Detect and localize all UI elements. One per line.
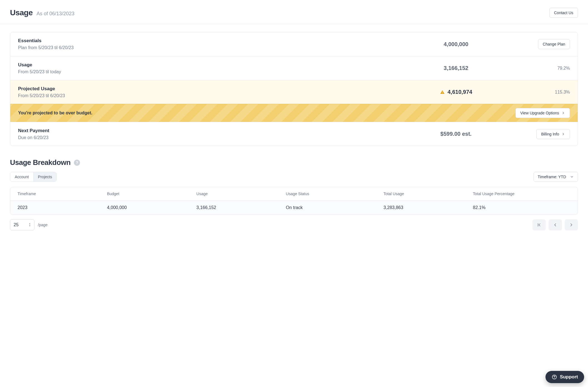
projected-sub: From 5/20/23 til 6/20/23 — [18, 93, 420, 98]
usage-left: Usage From 5/20/23 til today — [18, 62, 420, 74]
chevron-left-icon — [553, 222, 558, 227]
change-plan-label: Change Plan — [543, 42, 565, 46]
chevron-right-icon — [569, 222, 574, 227]
content: Essentials Plan from 5/20/23 til 6/20/23… — [0, 24, 588, 242]
essentials-left: Essentials Plan from 5/20/23 til 6/20/23 — [18, 38, 420, 50]
page-size-select[interactable]: 25 ▲▼ — [10, 219, 34, 230]
svg-rect-0 — [442, 91, 443, 92]
first-page-icon — [537, 222, 542, 227]
warning-icon — [440, 90, 445, 95]
view-upgrade-options-button[interactable]: View Upgrade Options — [515, 108, 570, 118]
over-budget-banner: You're projected to be over budget. View… — [10, 104, 578, 122]
billing-info-button[interactable]: Billing Info — [536, 129, 570, 139]
view-upgrade-options-label: View Upgrade Options — [520, 111, 559, 115]
contact-us-button[interactable]: Contact Us — [549, 8, 578, 18]
essentials-value: 4,000,000 — [420, 41, 492, 47]
timeframe-select[interactable]: Timeframe: YTD — [534, 172, 578, 182]
svg-rect-1 — [442, 93, 443, 94]
tabs-row: Account Projects Timeframe: YTD — [10, 172, 578, 182]
cell-total-usage: 3,283,863 — [383, 205, 473, 210]
pager-right — [532, 219, 578, 230]
breakdown-tabs: Account Projects — [10, 172, 57, 182]
usage-row: Usage From 5/20/23 til today 3,166,152 7… — [10, 56, 578, 80]
projected-value: 4,610,974 — [448, 89, 472, 95]
breakdown-header: Usage Breakdown ? — [10, 158, 578, 167]
pager-left: 25 ▲▼ /page — [10, 219, 48, 230]
over-budget-text: You're projected to be over budget. — [18, 110, 93, 115]
help-icon[interactable]: ? — [74, 160, 80, 166]
col-usage-status: Usage Status — [286, 192, 383, 196]
col-total-usage: Total Usage — [383, 192, 473, 196]
usage-percent: 79.2% — [492, 66, 570, 71]
projected-left: Projected Usage From 5/20/23 til 6/20/23 — [18, 86, 420, 98]
cell-total-usage-pct: 82.1% — [473, 205, 570, 210]
essentials-title: Essentials — [18, 38, 420, 44]
projected-center: 4,610,974 — [420, 89, 492, 95]
page-subtitle: As of 06/13/2023 — [37, 11, 74, 17]
table-header: Timeframe Budget Usage Usage Status Tota… — [10, 187, 578, 201]
pager-next-button[interactable] — [565, 219, 578, 230]
usage-sub: From 5/20/23 til today — [18, 69, 420, 74]
next-payment-right: Billing Info — [492, 129, 570, 139]
cell-timeframe: 2023 — [18, 205, 107, 210]
col-total-usage-pct: Total Usage Percentage — [473, 192, 570, 196]
next-payment-sub: Due on 6/20/23 — [18, 135, 420, 140]
breakdown-table: Timeframe Budget Usage Usage Status Tota… — [10, 187, 578, 215]
cell-usage-status: On track — [286, 205, 383, 210]
projected-percent: 115.3% — [492, 90, 570, 95]
contact-us-label: Contact Us — [554, 11, 573, 15]
col-timeframe: Timeframe — [18, 192, 107, 196]
cell-usage: 3,166,152 — [196, 205, 286, 210]
pager: 25 ▲▼ /page — [10, 219, 578, 230]
page-size-label: /page — [38, 223, 48, 227]
page-title: Usage — [10, 8, 33, 17]
usage-value: 3,166,152 — [420, 65, 492, 71]
chevron-right-icon — [561, 132, 565, 136]
chevron-right-icon — [561, 111, 565, 115]
cell-budget: 4,000,000 — [107, 205, 196, 210]
breakdown-title: Usage Breakdown — [10, 158, 71, 167]
page-header: Usage As of 06/13/2023 Contact Us — [0, 0, 588, 24]
pager-prev-button[interactable] — [549, 219, 562, 230]
col-budget: Budget — [107, 192, 196, 196]
next-payment-value: $599.00 est. — [420, 131, 492, 137]
projected-row: Projected Usage From 5/20/23 til 6/20/23… — [10, 80, 578, 104]
timeframe-label: Timeframe: YTD — [538, 175, 566, 179]
tab-projects[interactable]: Projects — [33, 172, 57, 182]
essentials-sub: Plan from 5/20/23 til 6/20/23 — [18, 45, 420, 50]
billing-info-label: Billing Info — [541, 132, 559, 136]
table-row: 2023 4,000,000 3,166,152 On track 3,283,… — [10, 201, 578, 215]
essentials-right: Change Plan — [492, 39, 570, 49]
tab-account[interactable]: Account — [10, 172, 33, 182]
pager-first-button[interactable] — [532, 219, 546, 230]
next-payment-row: Next Payment Due on 6/20/23 $599.00 est.… — [10, 122, 578, 146]
usage-title: Usage — [18, 62, 420, 68]
stepper-icon: ▲▼ — [29, 223, 31, 227]
plan-summary-card: Essentials Plan from 5/20/23 til 6/20/23… — [10, 32, 578, 146]
projected-title: Projected Usage — [18, 86, 420, 92]
chevron-down-icon — [570, 175, 574, 179]
essentials-row: Essentials Plan from 5/20/23 til 6/20/23… — [10, 32, 578, 56]
col-usage: Usage — [196, 192, 286, 196]
next-payment-left: Next Payment Due on 6/20/23 — [18, 128, 420, 140]
page-size-value: 25 — [14, 222, 19, 227]
change-plan-button[interactable]: Change Plan — [538, 39, 570, 49]
page-header-left: Usage As of 06/13/2023 — [10, 8, 74, 17]
next-payment-title: Next Payment — [18, 128, 420, 134]
